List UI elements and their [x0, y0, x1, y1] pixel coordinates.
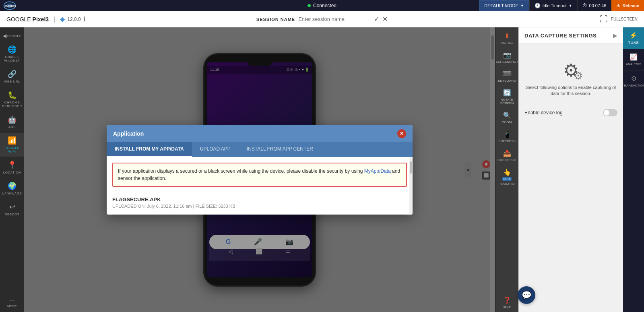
session-name-label: SESSION NAME	[256, 17, 295, 22]
weburl-icon: 🔗	[8, 70, 17, 79]
tool-touch-id[interactable]: 👆 BETA TOUCH ID	[495, 165, 518, 189]
enable-log-toggle[interactable]	[603, 109, 617, 116]
mode-button[interactable]: DEFAULT MODE ▼	[479, 0, 529, 11]
clock-icon: 🕐	[535, 3, 541, 8]
analysis-label: ANALYSIS	[626, 62, 642, 66]
touch-id-label: TOUCH ID	[499, 182, 515, 186]
wifi-label: TOGGLE WIFI	[2, 146, 23, 153]
session-name-area: SESSION NAME ✓ ✕	[256, 15, 388, 23]
tool-install[interactable]: ⬇ INSTALL	[495, 29, 518, 48]
location-label: LOCATION	[3, 171, 21, 174]
sidebar-item-location[interactable]: 📍 LOCATION	[0, 157, 24, 178]
weburl-label: WEB URL	[4, 80, 20, 83]
modal-warning: If your application displays a secured o…	[112, 163, 407, 187]
modal-overlay: Application ✕ INSTALL FROM MY APP/DATA U…	[24, 27, 495, 312]
release-button[interactable]: ⚠ Release	[611, 0, 644, 11]
help-label: HELP	[503, 305, 511, 309]
dcp-description: Select following options to enable captu…	[524, 85, 617, 97]
modal-scroll-thumb	[410, 161, 412, 174]
dcp-expand-icon[interactable]: ▶	[613, 32, 617, 39]
tab-install-my-app[interactable]: INSTALL FROM MY APP/DATA	[107, 142, 192, 157]
tools-bottom: ❓ HELP	[495, 293, 518, 312]
tune-tab[interactable]: ⚡ TUNE	[623, 27, 644, 49]
sidebar-bottom: ··· MORE	[0, 293, 24, 312]
topbar: pCloudy Connected DEFAULT MODE ▼ 🕐 Idle …	[0, 0, 644, 11]
install-icon: ⬇	[504, 32, 510, 40]
session-name-input[interactable]	[298, 16, 371, 22]
idle-chevron-icon: ▼	[569, 4, 572, 8]
timer-value: 00:07:46	[589, 3, 607, 8]
analysis-icon: 📈	[630, 53, 638, 61]
sidebar-devices-back[interactable]: ◀ DEVICES	[0, 31, 24, 41]
connected-label: Connected	[313, 3, 336, 8]
tool-screenshot[interactable]: 📷 SCREENSHOT	[495, 48, 518, 67]
sidebar-item-toggle-wifi[interactable]: 📶 TOGGLE WIFI	[0, 133, 24, 157]
sidebar-item-web-url[interactable]: 🔗 WEB URL	[0, 66, 24, 87]
screenshot-icon: 📷	[503, 51, 511, 59]
adb-icon: 🤖	[8, 115, 17, 124]
tab-app-center[interactable]: INSTALL FROM APP CENTER	[239, 142, 321, 157]
warning-text-1: If your application displays a secured o…	[118, 168, 364, 174]
inject-file-label: INJECT FILE	[497, 158, 516, 162]
modal-scrollbar[interactable]	[409, 157, 413, 215]
file-meta: UPLOADED ON: July 6, 2022, 11:16 am | FI…	[112, 204, 407, 209]
session-confirm-icon[interactable]: ✓	[374, 15, 379, 23]
softkeys-label: SOFTKEYS	[498, 139, 516, 143]
application-modal: Application ✕ INSTALL FROM MY APP/DATA U…	[107, 125, 413, 215]
mode-label: DEFAULT MODE	[484, 3, 518, 8]
modal-close-button[interactable]: ✕	[397, 129, 406, 138]
wildnet-label: ENABLEWILDNET	[4, 55, 20, 62]
tab-upload-app[interactable]: UPLOAD APP	[192, 142, 239, 157]
chrome-label: CHROMEDEBUGGER	[2, 101, 22, 108]
device-brand: GOOGLE Pixel3	[6, 16, 49, 23]
adb-label: ADB	[8, 125, 16, 129]
dcp-gear-area: ⚙ ⚙ Select following options to enable c…	[524, 52, 617, 105]
tool-inject-file[interactable]: 📥 INJECT FILE	[495, 146, 518, 165]
analysis-tab[interactable]: 📈 ANALYSIS	[623, 49, 644, 70]
keyboard-label: KEYBOARD	[498, 79, 516, 83]
idle-timeout-button[interactable]: 🕐 Idle Timeout ▼	[529, 0, 577, 11]
idle-label: Idle Timeout	[543, 3, 567, 8]
session-cancel-icon[interactable]: ✕	[382, 15, 388, 23]
touch-id-icon: 👆	[503, 168, 511, 176]
sidebar-item-enable-wildnet[interactable]: 🌐 ENABLEWILDNET	[0, 42, 24, 66]
sidebar-item-adb[interactable]: 🤖 ADB	[0, 112, 24, 132]
transaction-tab[interactable]: ⊙ TRANSACTION	[623, 70, 644, 91]
help-icon: ❓	[503, 296, 511, 304]
gear-small-icon: ⚙	[574, 70, 583, 82]
wildnet-icon: 🌐	[8, 45, 17, 54]
zoom-icon: 🔍	[503, 112, 511, 119]
fullscreen-area: ⛶ FULLSCREEN	[600, 14, 638, 24]
enable-log-label: Enable device log	[524, 110, 563, 116]
left-sidebar: ◀ DEVICES 🌐 ENABLEWILDNET 🔗 WEB URL 🐛 CH…	[0, 27, 24, 312]
info-icon[interactable]: ℹ	[83, 15, 86, 23]
sidebar-item-chrome-debugger[interactable]: 🐛 CHROMEDEBUGGER	[0, 87, 24, 111]
fullscreen-icon[interactable]: ⛶	[600, 14, 608, 24]
device-title: GOOGLE Pixel3 | ◆ 12.0.0 ℹ	[6, 15, 86, 23]
wifi-icon: 📶	[8, 136, 17, 145]
release-warning-icon: ⚠	[616, 3, 620, 8]
tool-keyboard[interactable]: ⌨ KEYBOARD	[495, 67, 518, 86]
modal-header: Application ✕	[107, 125, 413, 142]
tool-help[interactable]: ❓ HELP	[495, 293, 518, 312]
sidebar-item-reboot[interactable]: ↩ REBOOT	[0, 199, 24, 219]
transaction-icon: ⊙	[631, 74, 636, 82]
modal-title: Application	[113, 130, 144, 137]
file-item[interactable]: FLAGSECURE.APK UPLOADED ON: July 6, 2022…	[112, 191, 407, 215]
chat-button[interactable]: 💬	[518, 286, 535, 304]
tool-rotate[interactable]: 🔄 ROTATE SCREEN	[495, 86, 518, 108]
timer-icon: ⏱	[582, 3, 587, 8]
myapp-link[interactable]: MyApp/Data	[364, 168, 391, 174]
sidebar-more-button[interactable]: ··· MORE	[7, 293, 17, 312]
tool-zoom[interactable]: 🔍 ZOOM	[495, 108, 518, 127]
more-dots-icon: ···	[9, 297, 14, 304]
tool-softkeys[interactable]: 📱 SOFTKEYS	[495, 127, 518, 146]
rotate-icon: 🔄	[503, 89, 511, 97]
panel-right-wrapper: DATA CAPTURE SETTINGS ▶ ⚙ ⚙ Select follo…	[518, 27, 644, 312]
devices-label: DEVICES	[7, 34, 21, 38]
device-version: 12.0.0	[67, 17, 80, 22]
files-list: FLAGSECURE.APK UPLOADED ON: July 6, 2022…	[107, 191, 413, 215]
beta-badge: BETA	[502, 177, 512, 181]
chrome-icon: 🐛	[8, 91, 17, 99]
sidebar-item-language[interactable]: 🌍 LANGUAGE	[0, 178, 24, 198]
